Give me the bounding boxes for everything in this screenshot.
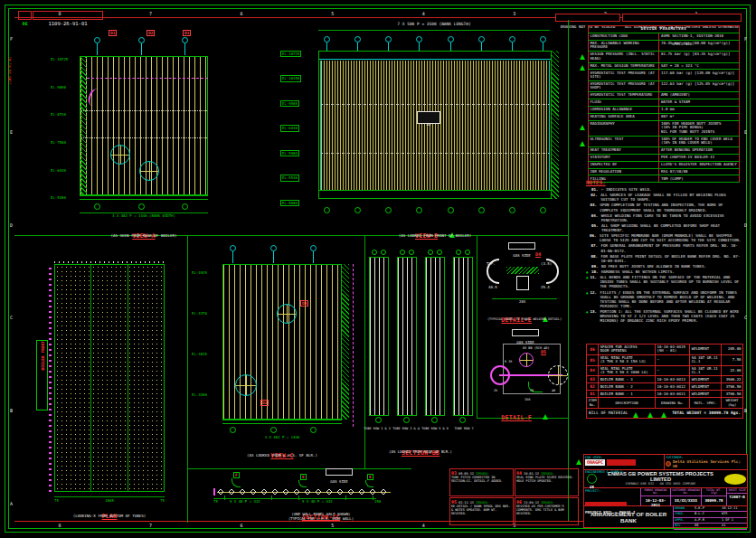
dim-text: 150 (524, 398, 530, 401)
field-sheet-size: SHEET SIZE T2007-B (726, 488, 747, 505)
param-row: HYDROSTATIC TEST PRESSURE (AT SHOP) 122.… (589, 80, 740, 91)
note-item: ▲ 13. PORTION 1: ALL THE EXTERNAL SURFAC… (586, 309, 742, 323)
dim-text: 203 (519, 300, 525, 305)
panel-tube-chain (217, 488, 391, 496)
param-label: HYDROSTATIC TEST PRESSURE (AT SITE) (589, 70, 659, 80)
tube-bank-field (320, 61, 550, 190)
bom-weight: 22.00 (722, 365, 743, 376)
bom-drg: 10-10-03-0412 (656, 383, 690, 391)
drain-stub-icon (540, 207, 546, 213)
view-a-bottom-stubs (94, 203, 188, 211)
param-row: ULTRASONIC TEST 100% OF HEADER TO END CO… (589, 136, 740, 146)
drawing-number: 1109-26-91-01 (48, 21, 87, 26)
gas-side-tag: GAS SIDE (326, 468, 353, 476)
drum-stub-icon (416, 36, 422, 51)
end-user-cell: END USER: ONAGPC (584, 455, 664, 469)
ruler-number: 8 (14, 523, 105, 528)
revision-description: REVISED AS PER CUSTOMER'S COMMENTS. DRG … (516, 505, 577, 524)
param-label: DESIGN PRESSURE (INCL. STATIC HEAD) (589, 52, 659, 62)
view-c-subtitle: (AS LOOKED FROM L.H.S. OF BLR.) (210, 453, 354, 458)
plan-membrane-strip (49, 264, 52, 492)
row-letter: D (744, 222, 747, 228)
rev-triangle-icon (661, 412, 666, 418)
param-label: FLUID (589, 99, 659, 107)
view-a-support-row (81, 110, 207, 111)
rev-triangle-icon (580, 125, 585, 130)
note-text: ALL SHOP WELDING SHALL BE COMPLETED BEFO… (601, 223, 742, 232)
revision-entry: 06 13-09-13 ISSUED: REVISED AS PER CUSTO… (515, 497, 579, 525)
bom-row: 04 SEAL RING PLATE (3 THK X 50 X 3000 LG… (587, 365, 743, 376)
bottom-bend-icon (431, 417, 438, 423)
bend-icon (409, 250, 414, 255)
drain-stub-icon (478, 207, 485, 213)
downcomer-circle-icon (277, 304, 297, 324)
bom-drg: — (656, 354, 690, 365)
approval-name: 06 (694, 524, 721, 528)
balloon-label: D5 (541, 349, 546, 354)
drum-stub-icon (354, 36, 361, 51)
field-value: 30099.78 (702, 496, 726, 503)
param-row: MAX. METAL DESIGN TEMPERATURE SAT + 28 =… (589, 62, 740, 70)
bom-weight: 7.50 (722, 354, 743, 365)
approval-role: DRAWN (674, 506, 694, 511)
drain-stub-icon (310, 427, 317, 433)
drum-stub-icon (182, 37, 188, 55)
param-row: STATUTORY PER CHAPTER-IV BOILER-II (589, 154, 740, 161)
company-logo-icon: GB (587, 474, 597, 484)
param-value: AFTER BENDING OPERATION (659, 146, 740, 154)
section-bb-col-labels: TUBE ROW 1 & 2 TUBE ROW 3 & 4 TUBE ROW 5… (364, 427, 477, 430)
bottom-bend-icon (459, 417, 466, 423)
param-value: AMB (AMBIENT) (659, 92, 740, 99)
row-letter: B (744, 408, 747, 413)
bottom-bend-icon (375, 417, 382, 423)
bom-header-matl: MATL. SPEC. (690, 398, 722, 408)
engineered-label: ENGINEERED & SUPPLY: (585, 470, 624, 474)
drum-stub-icon (310, 245, 317, 263)
rev-stamp: 06 (22, 21, 27, 26)
row-letter: A (10, 501, 13, 506)
note-item: ▲ 10. HARDNESS SHALL BE WITHIN LIMITS. (586, 269, 742, 274)
detail-e-subtitle: (TYPICAL PANEL TO PANEL WELDING DETAIL) (474, 317, 575, 321)
param-value: SAT + 28 = 323 °C (659, 62, 740, 70)
note-number: 05. (591, 223, 600, 232)
note-item: 08. FOR BASE PLATE POINT DETAIL OF BOILE… (586, 254, 742, 263)
view-a-bottom-band (80, 195, 208, 200)
bom-desc: BOILER BANK - 2 (599, 383, 656, 391)
bom-row: 06 SPACER FOR ACCESS DOOR OPENING 10-10-… (587, 345, 743, 355)
note-number: 13. (591, 309, 599, 323)
tube-support-row (321, 104, 549, 105)
bom-rev-triangles (633, 404, 666, 421)
row-letter: C (744, 315, 747, 320)
note-rev-triangle (586, 203, 588, 212)
rev-triangle-icon (543, 414, 548, 420)
view-a-subtitle: (AS SEEN FROM REAR OF BOILER) (63, 233, 224, 238)
note-item: 04. WHILE WELDING FINS CARE TO BE TAKEN … (586, 213, 742, 222)
param-label: CORROSION ALLOWANCE (589, 106, 659, 113)
stub-circle-icon (354, 36, 361, 42)
bom-table: 06 SPACER FOR ACCESS DOOR OPENING 10-10-… (586, 344, 743, 409)
balloon-label: D3 (300, 300, 308, 307)
field-drawing-no: ENMAS DRAWING No. 10-12-03-2011 (640, 488, 670, 505)
rev-stamp-box: 06 (18, 11, 32, 20)
approval-row: REV. 06 A1 (674, 524, 747, 529)
revision-entry: 05 02-11-13 ISSUED: RE-DETAIL / BANK SPO… (449, 497, 514, 525)
bom-desc: SEAL RING PLATE (3 THK X 50 X 3000 LG) (599, 365, 656, 376)
dim-text: 150 (374, 500, 381, 505)
ruler-number: 6 (196, 11, 287, 16)
bom-drg: 10-10-03-0411 (656, 391, 690, 398)
bom-section: 06 SPACER FOR ACCESS DOOR OPENING 10-10-… (586, 344, 743, 419)
note-text: SITE SPECIFIC MEMBRANE BAR (DRUM MANHOLE… (600, 233, 742, 242)
field-label: ENMAS DRAWING No. (641, 488, 670, 496)
title-block-row-title: ARRANGEMENT OF BOILER BANK DRAWN S.K.P 1… (584, 506, 747, 528)
param-value: LLOYD'S REGISTER INSPECTION AGENCY (659, 161, 740, 168)
bom-matl: WELDMENT (690, 391, 722, 398)
bend-circles (428, 250, 442, 255)
dim-text: 75 (160, 499, 165, 504)
bom-row: 02 BOILER BANK - 2 10-10-03-0412 WELDMEN… (587, 383, 743, 391)
note-number: 07. (591, 243, 599, 252)
elevation-label: EL-4925 (192, 271, 207, 276)
balloon-label: D2 (260, 400, 269, 406)
drum-stub-icon (448, 36, 454, 51)
bom-weight: 205.00 (722, 345, 743, 355)
drain-stub-icon (182, 203, 188, 210)
